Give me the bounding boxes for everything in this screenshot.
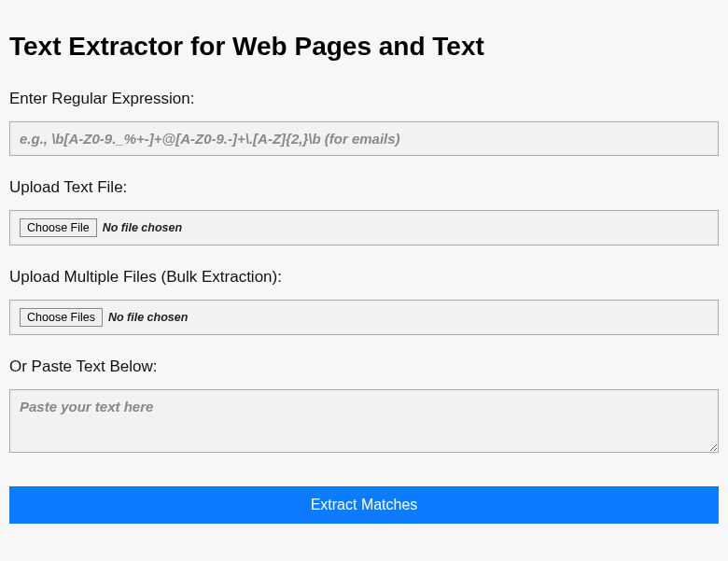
single-file-section: Upload Text File: Choose File No file ch… <box>9 178 719 245</box>
choose-files-button[interactable]: Choose Files <box>20 308 103 327</box>
multi-file-section: Upload Multiple Files (Bulk Extraction):… <box>9 268 719 335</box>
paste-section: Or Paste Text Below: <box>9 358 719 456</box>
single-file-box: Choose File No file chosen <box>9 210 719 245</box>
single-file-label: Upload Text File: <box>9 178 719 197</box>
extract-matches-button[interactable]: Extract Matches <box>9 486 719 524</box>
page-title: Text Extractor for Web Pages and Text <box>9 32 719 62</box>
regex-label: Enter Regular Expression: <box>9 90 719 108</box>
multi-file-status: No file chosen <box>108 311 188 324</box>
multi-file-label: Upload Multiple Files (Bulk Extraction): <box>9 268 719 287</box>
single-file-status: No file chosen <box>103 221 182 234</box>
multi-file-box: Choose Files No file chosen <box>9 300 719 335</box>
regex-section: Enter Regular Expression: <box>9 90 719 156</box>
paste-label: Or Paste Text Below: <box>9 358 719 376</box>
choose-file-button[interactable]: Choose File <box>20 218 97 237</box>
paste-textarea[interactable] <box>9 389 719 453</box>
regex-input[interactable] <box>9 121 719 156</box>
